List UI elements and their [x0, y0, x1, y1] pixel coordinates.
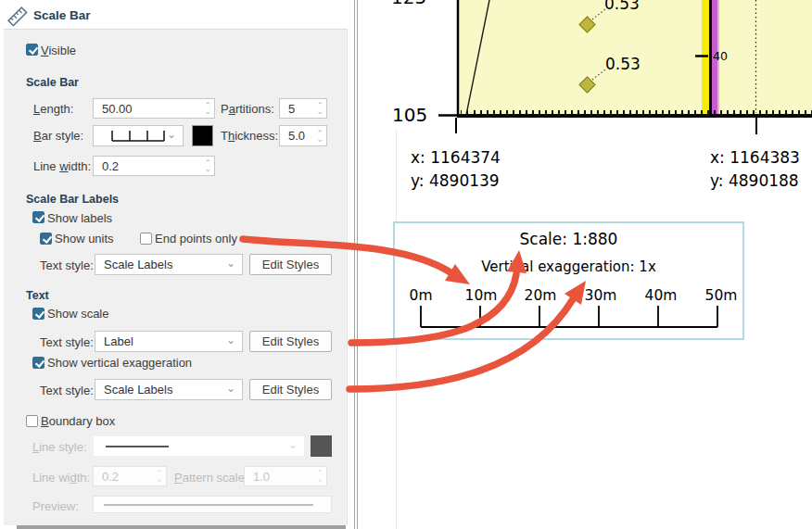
- end-points-only-label: End points only: [155, 232, 237, 246]
- show-labels-label: Show labels: [47, 211, 112, 225]
- boundary-line-width-label: Line width:: [32, 471, 90, 485]
- bar-style-dropdown[interactable]: ⌄: [93, 125, 184, 146]
- bar-color-swatch[interactable]: [192, 125, 213, 146]
- ruler-icon: [6, 6, 29, 28]
- spinner-down-icon[interactable]: ⌄: [204, 108, 211, 114]
- boundary-line-style-label: Line style:: [32, 440, 87, 454]
- scale-tick-label: 30m: [585, 287, 617, 304]
- pattern-scale-spinner: ⌃ ⌄: [316, 467, 324, 485]
- labels-edit-styles-button[interactable]: Edit Styles: [249, 254, 332, 275]
- spinner-down-icon[interactable]: ⌄: [204, 166, 211, 171]
- check-icon: [34, 212, 44, 222]
- line-width-spinner[interactable]: ⌃ ⌄: [204, 157, 211, 175]
- check-icon: [34, 358, 44, 368]
- scale-text: Scale: 1:880: [393, 230, 744, 248]
- boundary-line-color-swatch: [311, 435, 332, 457]
- coords-right-y: y: 4890188: [710, 171, 799, 190]
- length-value: 50.00: [102, 102, 133, 116]
- thickness-label: Thickness:: [221, 129, 278, 143]
- scale-text-style-dropdown[interactable]: Label ⌄: [95, 331, 243, 352]
- partitions-label: Partitions:: [221, 102, 274, 116]
- show-ve-checkbox[interactable]: [32, 357, 44, 369]
- ve-text-style-label: Text style:: [40, 384, 94, 397]
- spinner-down-icon: ⌄: [316, 476, 324, 482]
- spinner-down-icon[interactable]: ⌄: [316, 136, 324, 142]
- scale-edit-styles-button[interactable]: Edit Styles: [249, 331, 332, 352]
- scale-text-style-label: Text style:: [40, 335, 94, 349]
- show-units-label: Show units: [55, 232, 114, 246]
- thickness-input[interactable]: 5.0 ⌃ ⌄: [279, 125, 327, 146]
- spinner-down-icon[interactable]: ⌄: [316, 108, 324, 114]
- spinner-down-icon: ⌄: [156, 476, 163, 482]
- boundary-line-width-spinner: ⌃ ⌄: [156, 467, 163, 485]
- check-icon: [42, 233, 51, 244]
- pattern-scale-input: 1.0 ⌃ ⌄: [244, 466, 327, 486]
- edit-styles-label: Edit Styles: [262, 334, 319, 348]
- check-icon: [34, 309, 44, 319]
- assay-value-label: 0.53: [605, 55, 641, 73]
- page-title: Scale Bar: [33, 8, 91, 22]
- scale-text-style-value: Label: [104, 334, 133, 348]
- horizontal-scrollbar[interactable]: [17, 525, 346, 529]
- preview-label: Preview:: [32, 499, 79, 513]
- labels-text-style-value: Scale Labels: [104, 258, 172, 271]
- length-input[interactable]: 50.00 ⌃ ⌄: [93, 98, 215, 119]
- chevron-down-icon: ⌄: [226, 257, 235, 270]
- line-width-value: 0.2: [102, 159, 119, 173]
- ve-text-style-dropdown[interactable]: Scale Labels ⌄: [95, 379, 243, 400]
- lithology-stripe-yellow: [702, 0, 709, 114]
- divider-line: [354, 0, 355, 529]
- scale-tick-label: 40m: [645, 287, 678, 304]
- scale-tick-label: 20m: [525, 287, 557, 304]
- chevron-down-icon: ⌄: [226, 334, 235, 346]
- vertical-exaggeration-text: Vertical exaggeration: 1x: [393, 258, 744, 275]
- chevron-down-icon: ⌄: [167, 128, 176, 141]
- boundary-line-style-dropdown: ⌄: [93, 435, 305, 457]
- scale-bar-section-title: Scale Bar: [26, 76, 79, 89]
- boundary-box-label: Boundary box: [41, 414, 115, 428]
- show-labels-checkbox[interactable]: [32, 211, 44, 223]
- show-ve-label: Show vertical exaggeration: [47, 356, 192, 370]
- partitions-value: 5: [288, 102, 295, 116]
- interval-label: 40: [713, 49, 728, 63]
- boundary-line-width-value: 0.2: [102, 470, 119, 484]
- ve-edit-styles-button[interactable]: Edit Styles: [249, 379, 332, 400]
- boundary-box-checkbox[interactable]: [26, 415, 38, 427]
- partitions-input[interactable]: 5 ⌃ ⌄: [279, 98, 327, 119]
- y-axis-label-bottom: 105: [392, 104, 427, 126]
- line-width-label: Line width:: [33, 159, 91, 173]
- end-points-only-checkbox[interactable]: [140, 233, 152, 245]
- length-label: Length:: [33, 102, 73, 116]
- axis-baseline: [457, 114, 812, 118]
- scale-tick-label: 10m: [465, 287, 498, 304]
- labels-section-title: Scale Bar Labels: [26, 193, 119, 206]
- pattern-scale-value: 1.0: [253, 470, 270, 484]
- length-spinner[interactable]: ⌃ ⌄: [204, 99, 211, 118]
- thickness-value: 5.0: [288, 129, 305, 143]
- partitions-spinner[interactable]: ⌃ ⌄: [316, 99, 324, 118]
- assay-value-label: 0.53: [604, 0, 640, 13]
- ve-text-style-value: Scale Labels: [104, 383, 172, 397]
- scale-bar-settings-window: Scale Bar Visible Scale Bar Length: 50.0…: [0, 0, 812, 529]
- labels-text-style-label: Text style:: [40, 258, 94, 272]
- labels-text-style-dropdown[interactable]: Scale Labels ⌄: [95, 254, 243, 275]
- scale-tick-label: 0m: [410, 287, 433, 304]
- scale-tick-label: 50m: [705, 287, 738, 304]
- coords-right-x: x: 1164383: [710, 148, 800, 167]
- visible-label: Visible: [41, 44, 76, 57]
- divider-line: [357, 0, 358, 529]
- show-scale-label: Show scale: [47, 307, 108, 321]
- bar-style-sample: [109, 129, 167, 144]
- line-width-input[interactable]: 0.2 ⌃ ⌄: [93, 156, 215, 176]
- preview-field: [93, 496, 332, 513]
- chevron-down-icon: ⌄: [288, 438, 298, 451]
- visible-checkbox[interactable]: [26, 44, 38, 56]
- show-units-checkbox[interactable]: [40, 233, 52, 245]
- boundary-line-width-input: 0.2 ⌃ ⌄: [93, 466, 167, 486]
- line-style-sample: [106, 446, 169, 447]
- text-section-title: Text: [26, 289, 49, 302]
- coords-left-y: y: 4890139: [411, 171, 500, 190]
- thickness-spinner[interactable]: ⌃ ⌄: [316, 126, 324, 145]
- coords-left-x: x: 1164374: [411, 148, 501, 167]
- show-scale-checkbox[interactable]: [32, 308, 44, 320]
